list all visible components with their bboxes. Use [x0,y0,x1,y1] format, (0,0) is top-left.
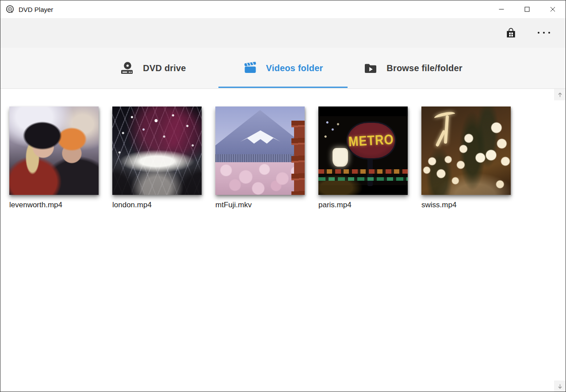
video-tile-mtfuji[interactable]: mtFuji.mkv [215,107,305,209]
window-title: DVD Player [19,6,53,13]
file-name: paris.mp4 [318,201,408,209]
pagoda-shape [291,121,305,195]
minimize-button[interactable] [489,0,514,18]
video-thumbnail: METRO [318,107,408,195]
clapperboard-icon [243,61,257,75]
file-name: london.mp4 [112,201,202,209]
video-tile-paris[interactable]: METRO paris.mp4 [318,107,408,209]
dvd-disc-play-icon [5,4,15,14]
source-tab-strip: DVD drive Videos folder [0,48,566,89]
scroll-up-button[interactable] [554,89,566,100]
video-grid: levenworth.mp4 london.mp4 mtFuji.mkv [0,89,566,392]
close-button[interactable] [540,0,566,18]
arrow-down-icon [557,384,563,389]
minimize-icon [499,7,504,12]
video-tile-levenworth[interactable]: levenworth.mp4 [9,107,99,209]
tab-label: Browse file/folder [386,63,462,73]
maximize-button[interactable] [514,0,540,18]
file-name: swiss.mp4 [421,201,511,209]
neon-strip-shape [318,169,408,174]
app-window: DVD Player [0,0,566,392]
active-tab-underline [218,87,348,88]
folder-play-icon [363,61,378,75]
ellipsis-icon [538,32,550,34]
tab-label: Videos folder [266,63,323,73]
tab-browse-file-folder[interactable]: Browse file/folder [348,48,478,88]
maximize-icon [524,7,530,12]
store-bag-icon [505,27,517,39]
video-tile-london[interactable]: london.mp4 [112,107,202,209]
arrow-up-icon [557,92,563,98]
video-thumbnail [9,107,99,195]
file-tiles-row: levenworth.mp4 london.mp4 mtFuji.mkv [0,89,566,209]
lamp-shape [333,148,348,167]
metro-sign-text: METRO [348,132,394,150]
video-thumbnail [421,107,511,195]
command-bar [0,18,566,48]
tab-label: DVD drive [143,63,186,73]
metro-sign-shape: METRO [346,122,396,160]
video-thumbnail [215,107,305,195]
close-icon [550,7,555,12]
window-controls [489,0,566,18]
tab-videos-folder[interactable]: Videos folder [218,48,348,88]
light-rope-shape [434,110,455,118]
store-button[interactable] [500,22,521,43]
more-options-button[interactable] [533,22,555,43]
file-name: mtFuji.mkv [215,201,305,209]
neon-strip-shape [318,177,408,181]
file-name: levenworth.mp4 [9,201,99,209]
video-tile-swiss[interactable]: swiss.mp4 [421,107,511,209]
video-thumbnail [112,107,202,195]
scroll-down-button[interactable] [554,381,566,392]
dvd-drive-icon [120,61,134,75]
light-rope-shape [444,115,448,144]
title-bar[interactable]: DVD Player [0,0,566,18]
tab-dvd-drive[interactable]: DVD drive [88,48,218,88]
